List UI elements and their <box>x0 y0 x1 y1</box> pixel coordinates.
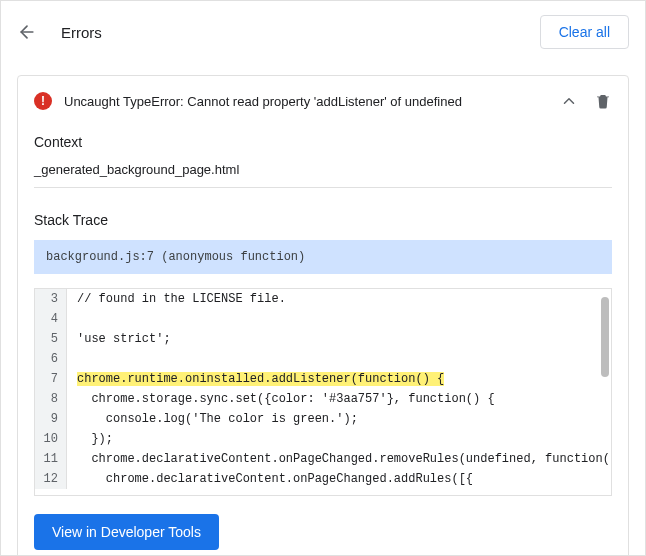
code-row: 6 <box>35 349 611 369</box>
code-block: 3// found in the LICENSE file.45'use str… <box>34 288 612 496</box>
context-label: Context <box>34 134 612 150</box>
line-number: 8 <box>35 389 67 409</box>
line-number: 12 <box>35 469 67 489</box>
back-arrow-icon[interactable] <box>17 22 37 42</box>
code-row: 10 }); <box>35 429 611 449</box>
code-line <box>67 349 77 369</box>
code-line: console.log('The color is green.'); <box>67 409 358 429</box>
scrollbar-thumb[interactable] <box>601 297 609 377</box>
stack-frame[interactable]: background.js:7 (anonymous function) <box>34 240 612 274</box>
code-line: chrome.storage.sync.set({color: '#3aa757… <box>67 389 495 409</box>
line-number: 6 <box>35 349 67 369</box>
code-row: 11 chrome.declarativeContent.onPageChang… <box>35 449 611 469</box>
code-line: }); <box>67 429 113 449</box>
line-number: 3 <box>35 289 67 309</box>
clear-all-button[interactable]: Clear all <box>540 15 629 49</box>
context-value: _generated_background_page.html <box>34 162 612 188</box>
code-row: 3// found in the LICENSE file. <box>35 289 611 309</box>
error-icon: ! <box>34 92 52 110</box>
line-number: 5 <box>35 329 67 349</box>
trash-icon[interactable] <box>594 92 612 110</box>
chevron-up-icon[interactable] <box>560 92 578 110</box>
line-number: 10 <box>35 429 67 449</box>
code-row: 12 chrome.declarativeContent.onPageChang… <box>35 469 611 489</box>
code-row: 7chrome.runtime.oninstalled.addListener(… <box>35 369 611 389</box>
code-line <box>67 309 77 329</box>
errors-panel: Errors Clear all ! Uncaught TypeError: C… <box>0 0 646 556</box>
page-title: Errors <box>61 24 540 41</box>
error-message: Uncaught TypeError: Cannot read property… <box>64 94 544 109</box>
line-number: 9 <box>35 409 67 429</box>
content-area: ! Uncaught TypeError: Cannot read proper… <box>1 63 645 555</box>
line-number: 11 <box>35 449 67 469</box>
view-in-devtools-button[interactable]: View in Developer Tools <box>34 514 219 550</box>
error-card: ! Uncaught TypeError: Cannot read proper… <box>17 75 629 555</box>
error-summary-row: ! Uncaught TypeError: Cannot read proper… <box>34 92 612 110</box>
line-number: 4 <box>35 309 67 329</box>
header: Errors Clear all <box>1 1 645 63</box>
code-row: 5'use strict'; <box>35 329 611 349</box>
code-row: 4 <box>35 309 611 329</box>
stack-trace-label: Stack Trace <box>34 212 612 228</box>
code-line: chrome.declarativeContent.onPageChanged.… <box>67 469 473 489</box>
code-line: chrome.declarativeContent.onPageChanged.… <box>67 449 612 469</box>
line-number: 7 <box>35 369 67 389</box>
code-line: // found in the LICENSE file. <box>67 289 286 309</box>
code-line: chrome.runtime.oninstalled.addListener(f… <box>67 369 444 389</box>
code-row: 9 console.log('The color is green.'); <box>35 409 611 429</box>
code-line: 'use strict'; <box>67 329 171 349</box>
code-row: 8 chrome.storage.sync.set({color: '#3aa7… <box>35 389 611 409</box>
